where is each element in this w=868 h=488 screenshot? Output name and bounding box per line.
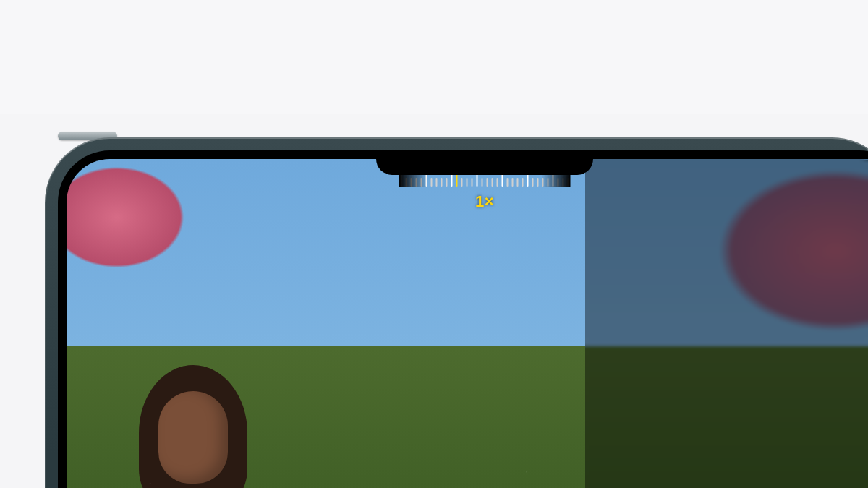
zoom-tick: [553, 174, 554, 187]
zoom-tick: [431, 178, 433, 187]
phone-bezel: 1×: [58, 150, 868, 488]
zoom-tick: [421, 178, 422, 187]
zoom-tick: [436, 178, 438, 187]
zoom-tick: [507, 178, 509, 187]
zoom-tick: [477, 174, 478, 187]
zoom-tick: [568, 178, 569, 187]
zoom-tick: [522, 178, 524, 187]
subject-person: [99, 365, 287, 488]
zoom-tick: [461, 178, 463, 187]
zoom-tick: [497, 178, 498, 187]
zoom-tick: [426, 174, 427, 187]
zoom-tick: [502, 174, 503, 187]
zoom-tick: [446, 178, 448, 187]
phone-frame: 1×: [0, 114, 868, 488]
zoom-tick: [467, 178, 468, 187]
zoom-tick: [416, 178, 417, 187]
zoom-tick: [537, 178, 539, 187]
zoom-tick: [527, 174, 529, 187]
outside-frame-preview: [585, 159, 868, 488]
zoom-tick: [451, 174, 453, 187]
zoom-tick: [532, 178, 534, 187]
zoom-tick: [401, 174, 402, 187]
zoom-tick: [563, 178, 564, 187]
zoom-tick: [548, 178, 549, 187]
zoom-level-label[interactable]: 1×: [475, 192, 494, 211]
zoom-tick: [487, 178, 488, 187]
zoom-tick: [492, 178, 493, 187]
zoom-tick: [542, 178, 544, 187]
zoom-tick: [512, 178, 514, 187]
zoom-tick: [441, 178, 443, 187]
zoom-tick: [482, 178, 483, 187]
zoom-tick: [558, 178, 559, 187]
zoom-tick: [517, 178, 519, 187]
display-notch: [376, 150, 593, 175]
zoom-tick: [406, 178, 407, 187]
camera-viewfinder[interactable]: 1×: [67, 159, 868, 488]
page-background: [0, 0, 868, 114]
zoom-tick: [411, 178, 412, 187]
zoom-tick: [472, 178, 473, 187]
